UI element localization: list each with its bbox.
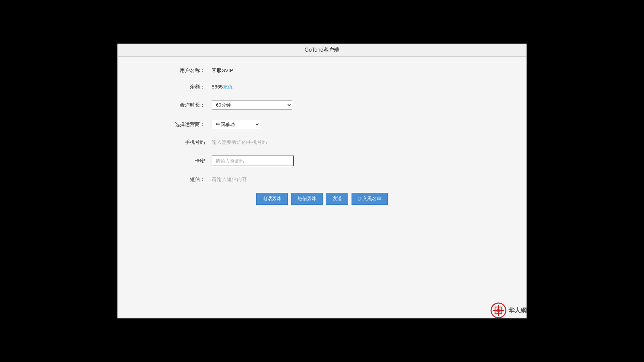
- watermark-logo-icon: 華: [490, 302, 506, 318]
- username-value: 客服SVIP: [212, 67, 233, 74]
- phone-placeholder: 输入需要轰炸的手机号码: [212, 139, 267, 145]
- card-password-input[interactable]: [212, 156, 294, 166]
- username-label: 用户名称：: [151, 67, 205, 74]
- recharge-link[interactable]: 充值: [223, 84, 233, 89]
- sms-row: 短信： 请输入短信内容: [118, 176, 526, 183]
- sms-placeholder: 请输入短信内容: [212, 176, 247, 183]
- balance-amount: 5665: [212, 84, 223, 89]
- phone-row: 手机号码 输入需要轰炸的手机号码: [118, 139, 526, 145]
- svg-text:華: 華: [496, 308, 501, 313]
- balance-label: 余额：: [151, 84, 205, 90]
- username-row: 用户名称： 客服SVIP: [118, 67, 526, 74]
- card-password-label: 卡密: [151, 158, 205, 164]
- phone-blast-button[interactable]: 电话轰炸: [256, 193, 288, 205]
- sms-blast-button[interactable]: 短信轰炸: [291, 193, 323, 205]
- send-button[interactable]: 发送: [326, 193, 348, 205]
- carrier-select[interactable]: 中国移动 中国联通 中国电信: [212, 120, 260, 129]
- card-password-row: 卡密: [118, 156, 526, 166]
- carrier-row: 选择运营商： 中国移动 中国联通 中国电信: [118, 120, 526, 129]
- add-blacklist-button[interactable]: 加入黑名单: [352, 193, 388, 205]
- carrier-label: 选择运营商：: [151, 121, 205, 128]
- sms-label: 短信：: [151, 176, 205, 183]
- balance-value: 5665充值: [212, 84, 233, 90]
- title-bar: GoTone客户端: [118, 44, 526, 57]
- app-title: GoTone客户端: [305, 47, 339, 53]
- action-buttons: 电话轰炸 短信轰炸 发送 加入黑名单: [118, 193, 526, 205]
- main-content: 用户名称： 客服SVIP 余额： 5665充值 轰炸时长： 60分钟 30分钟 …: [118, 57, 526, 318]
- watermark: 華 华人網: [490, 302, 527, 318]
- duration-select[interactable]: 60分钟 30分钟 15分钟 10分钟 5分钟: [212, 100, 292, 110]
- duration-label: 轰炸时长：: [151, 102, 205, 108]
- balance-row: 余额： 5665充值: [118, 84, 526, 90]
- phone-label: 手机号码: [151, 139, 205, 145]
- watermark-text: 华人網: [508, 306, 527, 314]
- duration-row: 轰炸时长： 60分钟 30分钟 15分钟 10分钟 5分钟: [118, 100, 526, 110]
